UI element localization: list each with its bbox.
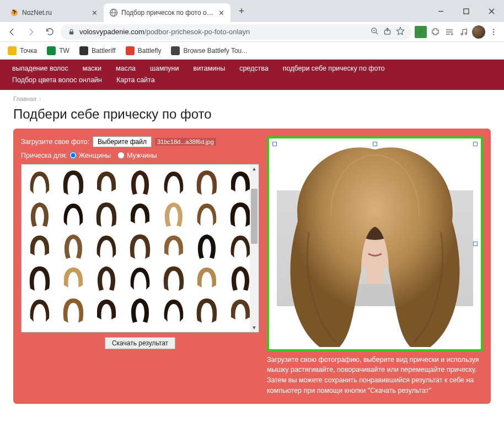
svg-point-22 bbox=[493, 34, 494, 35]
svg-point-18 bbox=[461, 33, 463, 35]
menu-button[interactable] bbox=[487, 26, 500, 38]
upload-label: Загрузите свое фото: bbox=[21, 138, 89, 146]
bookmark-item[interactable]: Battleriff bbox=[76, 44, 119, 57]
extension-puzzle-icon[interactable] bbox=[429, 26, 441, 38]
hair-option[interactable] bbox=[124, 263, 157, 293]
hair-option[interactable] bbox=[57, 199, 90, 229]
nav-link[interactable]: подбери себе прическу по фото bbox=[283, 63, 385, 74]
resize-handle[interactable] bbox=[473, 242, 478, 246]
hair-option[interactable] bbox=[157, 263, 190, 293]
star-icon[interactable] bbox=[396, 26, 405, 37]
hair-option[interactable] bbox=[90, 231, 123, 261]
hair-option[interactable] bbox=[191, 295, 223, 325]
toolbar-actions: ✓ bbox=[415, 25, 500, 39]
bookmark-item[interactable]: Battlefly bbox=[122, 44, 165, 57]
nav-link[interactable]: Карта сайта bbox=[116, 74, 155, 86]
hair-option[interactable] bbox=[90, 199, 123, 229]
reload-button[interactable] bbox=[42, 24, 57, 40]
nav-link[interactable]: выпадение волос bbox=[12, 63, 68, 74]
scrollbar[interactable]: ▲ ▼ bbox=[250, 164, 259, 332]
hair-option[interactable] bbox=[90, 295, 123, 325]
minimize-button[interactable] bbox=[428, 0, 453, 22]
hair-option[interactable] bbox=[157, 199, 190, 229]
scroll-down-icon[interactable]: ▼ bbox=[250, 323, 259, 332]
hair-option[interactable] bbox=[124, 295, 157, 325]
hair-option[interactable] bbox=[24, 295, 56, 325]
back-button[interactable] bbox=[4, 24, 20, 40]
forward-button[interactable] bbox=[23, 24, 39, 40]
nav-link[interactable]: шампуни bbox=[150, 63, 179, 74]
tab-close-icon[interactable]: ✕ bbox=[90, 9, 98, 17]
bookmark-label: TW bbox=[59, 47, 69, 55]
breadcrumb-home[interactable]: Главная bbox=[13, 95, 36, 102]
extension-check-icon[interactable]: ✓ bbox=[415, 26, 427, 38]
hair-option[interactable] bbox=[157, 295, 190, 325]
download-button[interactable]: Скачать результат bbox=[105, 337, 175, 349]
hair-option[interactable] bbox=[57, 295, 90, 325]
nav-link[interactable]: Подбор цвета волос онлайн bbox=[12, 74, 102, 86]
new-tab-button[interactable]: + bbox=[234, 3, 249, 19]
breadcrumb: Главная › bbox=[0, 90, 504, 104]
hair-option[interactable] bbox=[157, 231, 190, 261]
bookmark-item[interactable]: TW bbox=[44, 44, 73, 57]
nav-link[interactable]: витамины bbox=[194, 63, 226, 74]
hair-option[interactable] bbox=[24, 231, 56, 261]
tab-strip: NozNet.ru ✕ Подбор причесок по фото онла… bbox=[0, 3, 249, 22]
gender-row: Прическа для: Женщины Мужчины bbox=[21, 152, 259, 159]
scroll-up-icon[interactable]: ▲ bbox=[250, 164, 259, 173]
file-select-button[interactable]: Выберите файл bbox=[93, 136, 152, 147]
hair-option[interactable] bbox=[90, 263, 123, 293]
hair-option[interactable] bbox=[191, 231, 223, 261]
hair-option[interactable] bbox=[24, 199, 56, 229]
bookmark-favicon-icon bbox=[126, 46, 135, 55]
music-extension-icon[interactable] bbox=[458, 26, 470, 38]
profile-avatar[interactable] bbox=[472, 25, 485, 39]
gender-male-radio[interactable] bbox=[117, 152, 125, 159]
hair-grid bbox=[22, 164, 259, 328]
gender-female-label[interactable]: Женщины bbox=[79, 152, 111, 159]
hair-option[interactable] bbox=[191, 263, 223, 293]
bookmark-item[interactable]: Browse Battlefy Tou... bbox=[168, 44, 250, 57]
close-window-button[interactable] bbox=[479, 0, 504, 22]
hair-option[interactable] bbox=[157, 167, 190, 198]
gender-male-label[interactable]: Мужчины bbox=[127, 152, 157, 159]
maximize-button[interactable] bbox=[453, 0, 479, 22]
resize-handle[interactable] bbox=[373, 142, 377, 146]
hair-option[interactable] bbox=[124, 231, 157, 261]
hair-option[interactable] bbox=[124, 199, 157, 229]
hair-option[interactable] bbox=[24, 263, 56, 293]
reading-list-icon[interactable] bbox=[443, 26, 455, 38]
gender-female-radio[interactable] bbox=[69, 152, 77, 159]
hair-option[interactable] bbox=[124, 167, 157, 198]
hair-option[interactable] bbox=[57, 231, 90, 261]
browser-titlebar: NozNet.ru ✕ Подбор причесок по фото онла… bbox=[0, 0, 504, 22]
hair-option[interactable] bbox=[57, 263, 90, 293]
scrollbar-thumb[interactable] bbox=[251, 189, 258, 244]
url-field[interactable]: volosvypadenie.com/podbor-prichesok-po-f… bbox=[61, 24, 411, 40]
nav-link[interactable]: средства bbox=[239, 63, 269, 74]
tab-inactive[interactable]: NozNet.ru ✕ bbox=[4, 3, 104, 22]
resize-handle[interactable] bbox=[272, 142, 277, 146]
globe-icon bbox=[109, 8, 118, 17]
preview-box[interactable] bbox=[267, 136, 483, 351]
nav-link[interactable]: масла bbox=[116, 63, 136, 74]
hair-option[interactable] bbox=[57, 167, 90, 198]
bookmark-favicon-icon bbox=[171, 46, 180, 55]
tab-close-icon[interactable]: ✕ bbox=[217, 9, 225, 17]
tab-title: Подбор причесок по фото онла bbox=[121, 9, 214, 17]
selection-handles[interactable] bbox=[275, 144, 475, 344]
bookmark-item[interactable]: Точка bbox=[4, 44, 40, 57]
svg-point-19 bbox=[465, 33, 467, 34]
hair-grid-container: ▲ ▼ bbox=[21, 164, 259, 333]
hair-option[interactable] bbox=[90, 167, 123, 198]
zoom-icon[interactable] bbox=[371, 27, 379, 37]
hair-option[interactable] bbox=[191, 167, 223, 198]
share-icon[interactable] bbox=[383, 27, 392, 37]
tab-active[interactable]: Подбор причесок по фото онла ✕ bbox=[104, 3, 230, 22]
lock-icon bbox=[67, 28, 75, 36]
bookmark-label: Battleriff bbox=[92, 47, 116, 55]
nav-link[interactable]: маски bbox=[83, 63, 101, 74]
hair-option[interactable] bbox=[191, 199, 223, 229]
hair-option[interactable] bbox=[24, 167, 56, 198]
resize-handle[interactable] bbox=[473, 142, 478, 146]
